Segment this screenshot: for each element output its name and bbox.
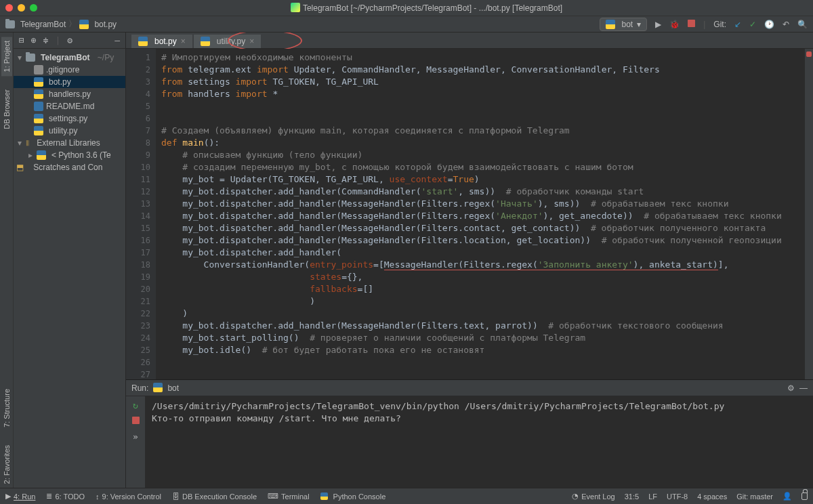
run-toolbar: ↻ » xyxy=(126,396,145,488)
tool-terminal[interactable]: ⌨ Terminal xyxy=(268,492,310,501)
file-encoding[interactable]: UTF-8 xyxy=(667,492,688,501)
expand-icon[interactable]: ≑ xyxy=(43,35,49,45)
collapse-all-icon[interactable]: ⊟ xyxy=(19,35,24,45)
tree-file-settings[interactable]: settings.py xyxy=(14,112,125,125)
more-icon[interactable]: » xyxy=(133,432,138,442)
event-log[interactable]: ◔ Event Log xyxy=(572,492,615,501)
status-bar: ▶ 4: Run ≣ 6: TODO ↕ 9: Version Control … xyxy=(0,488,813,504)
run-panel-config[interactable]: bot xyxy=(167,383,179,393)
left-tool-stripe: 1: Project DB Browser 7: Structure 2: Fa… xyxy=(0,33,14,488)
window-title: TelegramBot [~/PycharmProjects/TelegramB… xyxy=(45,3,808,13)
code-content[interactable]: # Импортируем необходимые компоненты fro… xyxy=(156,49,813,379)
tree-file-readme[interactable]: README.md xyxy=(14,100,125,112)
hide-icon[interactable]: — xyxy=(799,383,808,393)
chevron-down-icon: ▾ xyxy=(637,20,641,29)
python-file-icon xyxy=(606,20,615,29)
line-separator[interactable]: LF xyxy=(648,492,657,501)
db-browser-tab[interactable]: DB Browser xyxy=(1,85,12,133)
navigation-bar: TelegramBot 〉 bot.py bot ▾ ▶ 🐞 | Git: ↙ … xyxy=(0,16,813,33)
tool-db-console[interactable]: 🗄 DB Execution Console xyxy=(172,492,257,501)
run-config-selector[interactable]: bot ▾ xyxy=(600,18,648,31)
debug-button[interactable]: 🐞 xyxy=(669,20,680,29)
folder-icon xyxy=(5,20,15,28)
tool-run[interactable]: ▶ 4: Run xyxy=(5,492,35,501)
cursor-position[interactable]: 31:5 xyxy=(625,492,639,501)
line-gutter: 1234567891011121314151617181920212223242… xyxy=(126,49,156,379)
pycharm-icon xyxy=(291,3,300,12)
run-console[interactable]: /Users/dmitriy/PycharmProjects/TelegramB… xyxy=(145,396,813,488)
inspections-icon[interactable]: 👤 xyxy=(783,492,792,501)
code-editor[interactable]: 1234567891011121314151617181920212223242… xyxy=(126,49,813,379)
breadcrumb-file[interactable]: bot.py xyxy=(79,20,117,29)
breadcrumb-project[interactable]: TelegramBot xyxy=(5,20,66,29)
project-tool-tab[interactable]: 1: Project xyxy=(1,37,12,76)
gear-icon[interactable]: ⚙ xyxy=(67,35,72,45)
hide-icon[interactable]: — xyxy=(114,35,120,45)
tree-external-libs[interactable]: ▾⫴ External Libraries xyxy=(14,137,125,149)
tree-file-handlers[interactable]: handlers.py xyxy=(14,88,125,100)
update-project-icon[interactable]: ↙ xyxy=(734,20,741,29)
favorites-tool-tab[interactable]: 2: Favorites xyxy=(1,441,12,488)
stop-button[interactable] xyxy=(688,20,695,29)
error-stripe[interactable] xyxy=(805,49,813,379)
editor-tabs: bot.py× utility.py× xyxy=(126,33,813,49)
project-toolbar: ⊟ ⊕ ≑ | ⚙ — xyxy=(14,33,125,49)
minimize-window-icon[interactable] xyxy=(18,4,25,12)
toolbar-separator: | xyxy=(703,20,705,29)
search-icon[interactable]: 🔍 xyxy=(797,20,808,29)
tree-python-sdk[interactable]: ▸< Python 3.6 (Te xyxy=(14,149,125,161)
run-tool-window: Run: bot ⚙ — ↻ » /Users/dmitriy/PycharmP… xyxy=(126,379,813,488)
run-panel-label: Run: xyxy=(131,383,148,393)
revert-icon[interactable]: ↶ xyxy=(783,20,789,29)
maximize-window-icon[interactable] xyxy=(30,4,37,12)
python-file-icon xyxy=(79,20,89,29)
rerun-icon[interactable]: ↻ xyxy=(133,400,138,411)
commit-icon[interactable]: ✓ xyxy=(749,20,756,29)
tool-vcs[interactable]: ↕ 9: Version Control xyxy=(96,492,161,501)
close-window-icon[interactable] xyxy=(5,4,13,12)
lock-icon[interactable] xyxy=(801,492,808,500)
tool-python-console[interactable]: Python Console xyxy=(320,492,386,501)
close-tab-icon[interactable]: × xyxy=(181,37,186,46)
stop-icon[interactable] xyxy=(132,416,140,426)
tool-todo[interactable]: ≣ 6: TODO xyxy=(46,492,85,501)
history-icon[interactable]: 🕑 xyxy=(764,20,774,29)
window-controls xyxy=(5,4,37,12)
close-tab-icon[interactable]: × xyxy=(249,37,254,46)
structure-tool-tab[interactable]: 7: Structure xyxy=(1,385,12,432)
tree-project-root[interactable]: ▾TelegramBot ~/Py xyxy=(14,51,125,64)
breadcrumb-separator: 〉 xyxy=(68,18,77,30)
project-tree: ⊟ ⊕ ≑ | ⚙ — ▾TelegramBot ~/Py .gitignore… xyxy=(14,33,126,488)
error-marker-icon[interactable] xyxy=(806,51,812,57)
run-button[interactable]: ▶ xyxy=(655,20,661,29)
git-label: Git: xyxy=(713,20,726,29)
tree-file-gitignore[interactable]: .gitignore xyxy=(14,64,125,76)
tree-scratches[interactable]: ⬒ Scratches and Con xyxy=(14,161,125,173)
titlebar: TelegramBot [~/PycharmProjects/TelegramB… xyxy=(0,0,813,16)
indent-settings[interactable]: 4 spaces xyxy=(697,492,727,501)
git-branch[interactable]: Git: master xyxy=(736,492,773,501)
select-opened-icon[interactable]: ⊕ xyxy=(31,35,37,45)
gear-icon[interactable]: ⚙ xyxy=(787,383,795,393)
tab-utility[interactable]: utility.py× xyxy=(194,35,261,48)
tab-bot[interactable]: bot.py× xyxy=(131,35,192,48)
tree-file-utility[interactable]: utility.py xyxy=(14,125,125,137)
tree-file-bot[interactable]: bot.py xyxy=(14,76,125,88)
